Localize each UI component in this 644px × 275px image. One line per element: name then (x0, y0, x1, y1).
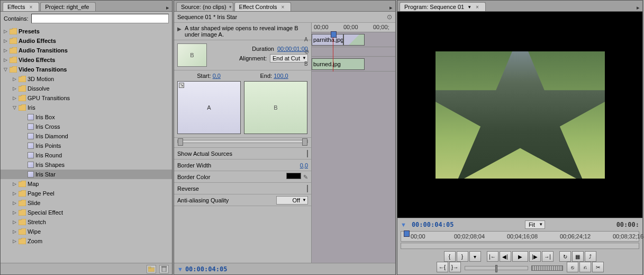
twisty-icon[interactable]: ▷ (3, 38, 8, 43)
twisty-icon[interactable]: ▽ (3, 67, 8, 72)
dropdown-icon[interactable]: ▾ (229, 4, 232, 10)
tree-effect[interactable]: Iris Shapes (1, 160, 172, 170)
twisty-icon[interactable]: ▷ (3, 48, 8, 53)
program-scrollbar[interactable] (401, 243, 639, 249)
start-value[interactable]: 0,0 (213, 73, 221, 79)
expand-collapse-icon[interactable]: ⊙ (387, 13, 392, 21)
twisty-icon[interactable]: ▷ (12, 86, 17, 91)
twisty-icon[interactable]: ▷ (12, 200, 17, 206)
go-next-marker-icon[interactable]: }→ (449, 262, 461, 272)
shuttle-knob[interactable] (495, 265, 497, 272)
tree-folder[interactable]: ▷Wipe (1, 227, 172, 236)
tree-folder[interactable]: ▷Stretch (1, 217, 172, 227)
tree-folder[interactable]: ▷Dissolve (1, 84, 172, 93)
tree-folder[interactable]: ▷GPU Transitions (1, 93, 172, 103)
zoom-fit-select[interactable]: Fit (525, 220, 545, 229)
tree-folder[interactable]: ▽Iris (1, 103, 172, 112)
close-icon[interactable]: × (282, 4, 285, 10)
tree-folder[interactable]: ▷3D Motion (1, 74, 172, 84)
step-forward-icon[interactable]: |▶ (529, 251, 541, 262)
tree-folder[interactable]: ▷Audio Effects (1, 36, 172, 46)
step-back-icon[interactable]: ◀| (500, 251, 511, 262)
lift-icon[interactable]: ⎋ (567, 262, 578, 272)
clip-a[interactable]: parnitha.jpg (312, 34, 343, 46)
shuttle-slider[interactable] (465, 266, 528, 270)
twisty-icon[interactable]: ▷ (12, 238, 17, 244)
corner-handle-icon[interactable]: ↘ (179, 83, 184, 88)
checkbox[interactable] (307, 185, 308, 192)
playhead[interactable] (333, 32, 333, 72)
monitor-view[interactable] (397, 12, 642, 218)
program-ruler[interactable]: 00;00 00;02;08;04 00;04;16;08 00;06;24;1… (401, 231, 639, 242)
slider-thumb[interactable] (302, 138, 307, 146)
property-value[interactable]: 0,0 (300, 162, 308, 168)
contains-input[interactable] (31, 14, 169, 23)
panel-menu-icon[interactable]: ▸ (634, 4, 642, 11)
delete-icon[interactable] (159, 265, 169, 273)
checkbox[interactable] (307, 150, 308, 157)
transition-slider[interactable] (177, 140, 308, 143)
property-select[interactable]: Off (276, 196, 308, 205)
color-swatch[interactable] (286, 173, 301, 179)
playhead-marker-icon[interactable]: ▼ (177, 266, 183, 272)
set-in-icon[interactable]: { (444, 251, 456, 262)
twisty-icon[interactable]: ▷ (3, 57, 8, 63)
play-icon[interactable]: ▶ (177, 26, 182, 38)
go-prev-marker-icon[interactable]: ←{ (437, 262, 448, 272)
tree-folder[interactable]: ▷Map (1, 179, 172, 189)
transition-bar[interactable] (343, 34, 365, 46)
play-icon[interactable]: ▶ (512, 251, 528, 262)
playhead[interactable] (404, 230, 409, 242)
twisty-icon[interactable]: ▽ (12, 105, 17, 110)
tree-effect[interactable]: Iris Round (1, 150, 172, 160)
close-icon[interactable]: × (29, 4, 32, 10)
twisty-icon[interactable]: ▷ (12, 219, 17, 225)
tree-folder[interactable]: ▷Presets (1, 26, 172, 36)
alignment-select[interactable]: End at Cut (270, 54, 308, 63)
panel-menu-icon[interactable]: ▸ (387, 4, 395, 11)
current-timecode[interactable]: 00:00:04:05 (185, 265, 227, 273)
close-icon[interactable]: × (476, 4, 479, 10)
tree-folder[interactable]: ▷Special Effect (1, 208, 172, 217)
extract-icon[interactable]: ⎌ (579, 262, 591, 272)
tree-effect[interactable]: Iris Diamond (1, 131, 172, 141)
tree-effect[interactable]: Iris Box (1, 112, 172, 122)
tab-project[interactable]: Project: right_efe (40, 2, 96, 11)
twisty-icon[interactable]: ▷ (3, 29, 8, 34)
tree-effect[interactable]: Iris Points (1, 141, 172, 150)
clip-b[interactable]: burned.jpg (312, 58, 365, 70)
preview-a[interactable]: ↘A (177, 81, 241, 134)
tree-effect[interactable]: Iris Star (1, 170, 172, 179)
current-timecode[interactable]: 00:00:04:05 (412, 221, 453, 228)
playhead-marker-icon[interactable]: ▼ (401, 221, 406, 228)
twisty-icon[interactable]: ▷ (12, 76, 17, 82)
twisty-icon[interactable]: ▷ (12, 191, 17, 196)
loop-icon[interactable]: ↻ (559, 251, 571, 262)
tree-effect[interactable]: Iris Cross (1, 122, 172, 131)
tab-program[interactable]: Program: Sequence 01 ▼× (400, 2, 486, 11)
tree-folder[interactable]: ▷Audio Transitions (1, 46, 172, 55)
go-to-out-icon[interactable]: →| (542, 251, 554, 262)
jog-wheel[interactable] (531, 265, 563, 271)
tree-folder[interactable]: ▷Video Effects (1, 55, 172, 65)
tree-folder[interactable]: ▷Zoom (1, 236, 172, 246)
duration-value[interactable]: 00;00;01;00 (277, 46, 308, 52)
tab-effects[interactable]: Effects× (3, 2, 39, 11)
tree-folder[interactable]: ▷Page Peel (1, 189, 172, 198)
duration-timecode[interactable]: 00:00: (616, 221, 639, 228)
tab-effect-controls[interactable]: Effect Controls× (234, 2, 292, 11)
tab-source[interactable]: Source: (no clips)▾ (176, 2, 233, 11)
go-to-in-icon[interactable]: |← (487, 251, 498, 262)
twisty-icon[interactable]: ▷ (12, 181, 17, 187)
panel-menu-icon[interactable]: ▸ (164, 4, 172, 11)
set-marker-icon[interactable]: ▾ (469, 251, 481, 262)
twisty-icon[interactable]: ▷ (12, 95, 17, 101)
dropdown-icon[interactable]: ▼ (467, 5, 471, 10)
ec-ruler[interactable]: 00;00 00;00 00;00; (312, 23, 395, 32)
tree-folder[interactable]: ▷Slide (1, 198, 172, 208)
link-icon[interactable]: ⊘ (304, 48, 309, 55)
set-out-icon[interactable]: } (457, 251, 468, 262)
safe-margins-icon[interactable]: ▦ (572, 251, 584, 262)
new-bin-icon[interactable] (147, 265, 156, 273)
slider-thumb[interactable] (178, 138, 183, 146)
